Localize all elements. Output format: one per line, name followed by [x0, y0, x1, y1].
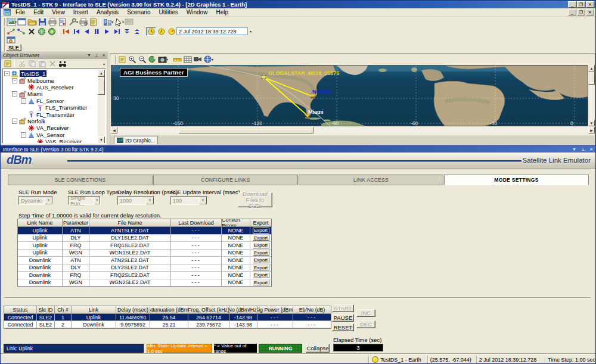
menu-analysis[interactable]: Analysis	[92, 8, 123, 16]
collapse-button[interactable]: Collapse	[306, 344, 330, 353]
restore-button[interactable]: ❐	[577, 1, 585, 8]
col-delay[interactable]: Delay (msec)	[116, 306, 150, 314]
collapse-toggle-icon[interactable]: −	[12, 91, 17, 97]
object-tree[interactable]: −TestDS_1 −Melbourne AUS_Receiver −Miami…	[2, 69, 106, 144]
export-button[interactable]: Export	[253, 242, 269, 248]
step-backward-button[interactable]	[71, 27, 81, 35]
menu-file[interactable]: File	[11, 8, 29, 16]
realtime-clock-button[interactable]	[146, 27, 156, 36]
table-row[interactable]: UplinkATNATN1SLE2.DAT---NONEExport	[18, 227, 271, 235]
tab-2d-graphics[interactable]: 2D Graphic...	[114, 136, 158, 144]
collapse-toggle-icon[interactable]: −	[21, 132, 26, 138]
download-files-button[interactable]: Download Files to SLEs	[238, 192, 272, 207]
panel-close-icon[interactable]: ✕	[102, 53, 105, 58]
tree-item-receiver[interactable]: VAS_Receiver	[45, 138, 82, 144]
export-button[interactable]: Export	[253, 257, 269, 263]
start-button[interactable]: START	[332, 304, 354, 312]
tree-item-sensor[interactable]: VA_Sensor	[36, 132, 64, 138]
scroll-up-icon[interactable]: ▲	[588, 65, 595, 71]
step-forward-button[interactable]	[111, 27, 122, 35]
collapse-toggle-icon[interactable]: −	[12, 78, 17, 83]
table-row[interactable]: DownlinkFRQFRQ2SLE2.DAT---NONEExport	[18, 272, 271, 279]
toolbar-grip[interactable]	[2, 18, 5, 26]
mdi-close-button[interactable]: ✕	[586, 9, 594, 15]
tab-link-access[interactable]: LINK ACCESS	[299, 175, 443, 185]
collapse-toggle-icon[interactable]: −	[12, 119, 17, 124]
menu-edit[interactable]: Edit	[29, 8, 48, 16]
col-ch[interactable]: Ch #	[55, 306, 72, 314]
print-icon[interactable]	[47, 17, 57, 27]
scrollbar-thumb[interactable]	[179, 127, 313, 133]
export-button[interactable]: Export	[253, 235, 269, 241]
col-status[interactable]: Status	[4, 306, 37, 314]
menu-insert[interactable]: Insert	[69, 8, 92, 16]
movie-record-icon[interactable]	[193, 55, 203, 64]
scrollbar-thumb[interactable]	[588, 71, 595, 85]
col-no[interactable]: No (dBm/Hz)	[229, 306, 257, 314]
menu-view[interactable]: View	[48, 8, 69, 16]
globe-export-icon[interactable]	[147, 55, 157, 64]
col-ebno[interactable]: Eb/No (dB)	[293, 306, 331, 314]
dec-button[interactable]: DEC	[356, 321, 375, 328]
table-row[interactable]: UplinkWGNWGN1SLE2.DAT---NONEExport	[18, 250, 271, 257]
map-horizontal-scrollbar[interactable]: ◀ ▶	[111, 127, 595, 133]
minimize-button[interactable]: _	[568, 1, 576, 8]
save-icon[interactable]	[37, 17, 47, 27]
notes-icon[interactable]	[88, 17, 98, 27]
col-sle-id[interactable]: Sle ID	[37, 306, 55, 314]
export-button[interactable]: Export	[253, 279, 269, 285]
col-file-name[interactable]: File Name	[89, 219, 171, 227]
tree-item-facility[interactable]: Melbourne	[27, 77, 54, 84]
scroll-down-icon[interactable]: ▼	[588, 120, 595, 126]
time-step-clock-button[interactable]	[166, 27, 176, 36]
toolbar-grip[interactable]	[2, 27, 5, 36]
scroll-left-icon[interactable]: ◀	[111, 127, 117, 133]
chevron-down-icon[interactable]: ▼	[45, 197, 52, 204]
table-row[interactable]: ConnectedSLE21Uplink11.645929126.54264.6…	[4, 314, 331, 321]
toolbar-grip[interactable]	[2, 43, 5, 52]
menu-scenario[interactable]: Scenario	[123, 8, 154, 16]
col-sig-power[interactable]: Sig Power (dBm)	[257, 306, 293, 314]
menu-help[interactable]: Help	[212, 8, 232, 16]
pause-button[interactable]: PAUSE	[332, 314, 354, 322]
col-last-download[interactable]: Last Download	[171, 219, 222, 227]
reset-button[interactable]: RESET	[332, 323, 354, 331]
run-mode-select[interactable]: Dynamic▼	[18, 196, 53, 205]
menu-utilities[interactable]: Utilities	[155, 8, 182, 16]
sle-toolbar-button[interactable]: SLE	[6, 44, 21, 51]
decrease-timestep-button[interactable]	[122, 27, 132, 35]
map-properties-icon[interactable]	[117, 55, 127, 64]
export-button[interactable]: Export	[253, 228, 269, 234]
delay-resolution-select[interactable]: 1000▼	[117, 196, 154, 205]
xrealtime-clock-button[interactable]	[156, 27, 166, 36]
scroll-down-icon[interactable]: ▼	[98, 136, 105, 144]
tree-item-scenario[interactable]: TestDS_1	[20, 70, 46, 77]
update-interval-select[interactable]: 100▼	[170, 196, 207, 205]
tree-scrollbar[interactable]: ▲ ▼	[98, 70, 105, 144]
table-row[interactable]: ConnectedSLE22Downlink9.997589225.21239.…	[4, 321, 331, 328]
zoom-in-icon[interactable]	[127, 55, 137, 64]
table-row[interactable]: UplinkDLYDLY1SLE2.DAT---NONEExport	[18, 235, 271, 242]
print-preview-icon[interactable]	[78, 17, 88, 27]
play-forward-button[interactable]	[101, 27, 111, 35]
report-icon[interactable]	[57, 17, 67, 27]
mdi-restore-button[interactable]: ❐	[577, 9, 585, 15]
inc-button[interactable]: INC	[356, 309, 375, 317]
tree-item-receiver[interactable]: AUS_Receiver	[36, 84, 73, 91]
globe-access-icon[interactable]	[36, 27, 46, 36]
pin-icon[interactable]: ⊥	[581, 147, 585, 152]
chain-link-icon[interactable]	[16, 27, 26, 36]
new-object-icon[interactable]	[2, 59, 13, 69]
child-window-icon[interactable]	[3, 9, 11, 16]
table-row[interactable]: DownlinkATNATN2SLE2.DAT---NONEExport	[18, 257, 271, 265]
toolbar-grip[interactable]	[113, 55, 116, 64]
collapse-toggle-icon[interactable]: −	[21, 98, 26, 104]
table-row[interactable]: DownlinkDLYDLY2SLE2.DAT---NONEExport	[18, 265, 271, 272]
toolbar-overflow-icon[interactable]: ▾	[103, 62, 105, 66]
map-vertical-scrollbar[interactable]: ▲ ▼	[588, 65, 595, 126]
animation-time-field[interactable]	[176, 27, 248, 35]
toolbar-grip[interactable]	[2, 36, 5, 44]
ruler-measure-icon[interactable]	[172, 55, 182, 64]
zoom-out-icon[interactable]	[137, 55, 147, 64]
tree-item-facility[interactable]: Norfolk	[27, 118, 45, 125]
